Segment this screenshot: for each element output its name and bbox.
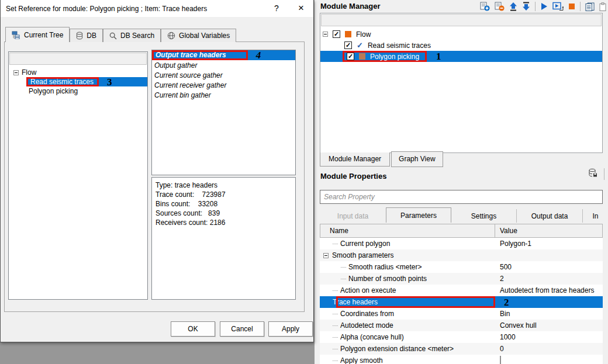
- property-value-cell[interactable]: 0: [495, 345, 504, 353]
- property-value-cell[interactable]: [495, 356, 501, 364]
- tab-module-manager[interactable]: Module Manager: [320, 152, 390, 167]
- tab-label: DB Search: [120, 32, 154, 40]
- apply-smooth-checkbox[interactable]: [500, 356, 501, 364]
- search-icon: [109, 32, 117, 40]
- tree-item-read-seismic-traces[interactable]: Read seismic traces3: [9, 77, 147, 86]
- module-manager-toolbar: [480, 1, 606, 12]
- move-down-icon[interactable]: [522, 2, 530, 11]
- module-label: Read seismic traces: [368, 41, 431, 50]
- tree-item-label: Flow: [22, 68, 36, 77]
- property-value-cell[interactable]: Polygon-1: [495, 240, 531, 248]
- tab-graph-view[interactable]: Graph View: [391, 151, 443, 167]
- tab-label: Global Variables: [179, 32, 230, 40]
- list-item-current-source-gather[interactable]: Current source gather: [152, 70, 295, 80]
- property-value-cell[interactable]: Convex hull: [495, 321, 537, 330]
- property-tabs: Input dataParametersSettingsOutput dataI…: [320, 207, 608, 223]
- tree-item-flow[interactable]: Flow: [9, 68, 147, 77]
- module-label: Flow: [356, 30, 371, 39]
- close-button[interactable]: ×: [289, 0, 313, 16]
- list-item-label: Current bin gather: [154, 91, 211, 99]
- property-value-cell[interactable]: Bin: [495, 310, 510, 318]
- property-row-polygon-extension-distance-meter-[interactable]: Polygon extension distance <meter>0: [320, 343, 603, 355]
- info-line: Sources count: 839: [156, 209, 295, 218]
- tab-current-tree[interactable]: Current Tree: [5, 27, 70, 42]
- property-name: Alpha (concave hull): [340, 333, 404, 341]
- property-row-smooth-parameters[interactable]: Smooth parameters: [320, 249, 603, 261]
- collapse-expander[interactable]: [323, 253, 329, 258]
- module-checkbox[interactable]: ✓: [347, 53, 354, 60]
- module-row-flow[interactable]: ✓Flow: [320, 29, 602, 40]
- dialog-titlebar: Set Reference for module: Polygon pickin…: [1, 0, 313, 17]
- flow-checkbox[interactable]: ✓: [333, 30, 340, 38]
- tree-connector: [341, 279, 346, 279]
- property-row-trace-headers[interactable]: Trace headers2: [320, 296, 603, 308]
- tab-output-data[interactable]: Output data: [517, 209, 583, 223]
- property-name: Autodetect mode: [340, 321, 393, 330]
- flow-log-icon[interactable]: [585, 2, 595, 11]
- tab-settings[interactable]: Settings: [451, 209, 517, 223]
- property-name-cell: Smooth radius <meter>: [320, 263, 495, 271]
- tab-parameters[interactable]: Parameters: [386, 207, 451, 223]
- tree-connector: [333, 290, 338, 291]
- help-button[interactable]: ?: [264, 0, 289, 16]
- property-row-apply-smooth[interactable]: Apply smooth: [320, 355, 603, 364]
- tab-label: Current Tree: [24, 31, 63, 39]
- move-up-icon[interactable]: [509, 2, 517, 11]
- tab-in[interactable]: In: [583, 209, 608, 223]
- tree-connector: [333, 244, 338, 244]
- tab-db-search[interactable]: DB Search: [103, 29, 161, 42]
- property-value-cell[interactable]: 1000: [495, 333, 516, 341]
- value-column-header: Value: [495, 227, 517, 235]
- property-value-cell[interactable]: 500: [495, 263, 512, 271]
- collapse-expander[interactable]: [323, 32, 328, 37]
- apply-button[interactable]: Apply: [268, 321, 313, 337]
- list-item-output-trace-headers[interactable]: Output trace headers4: [152, 50, 295, 60]
- globe-icon: [167, 32, 175, 40]
- annotation-number: 1: [436, 51, 441, 61]
- property-row-alpha-concave-hull-[interactable]: Alpha (concave hull)1000: [320, 331, 603, 343]
- flow-tree-header-strip: [9, 53, 147, 65]
- annotation-box: [336, 296, 495, 308]
- collapse-expander[interactable]: [13, 70, 19, 75]
- property-value: 500: [500, 263, 512, 271]
- property-value-cell[interactable]: 2: [495, 275, 504, 283]
- cancel-button[interactable]: Cancel: [220, 321, 264, 337]
- list-item-current-bin-gather[interactable]: Current bin gather: [152, 90, 295, 100]
- ok-button[interactable]: OK: [171, 321, 215, 337]
- label: Read seismic traces: [30, 78, 94, 86]
- annotation-number: 3: [107, 77, 112, 87]
- tree-connector: [333, 325, 338, 326]
- tab-db[interactable]: DB: [70, 29, 103, 42]
- flow-status-icon: [345, 31, 351, 37]
- list-item-label: Output gather: [154, 61, 197, 70]
- run-interactive-icon[interactable]: [552, 2, 564, 11]
- property-name: Current polygon: [340, 240, 390, 248]
- run-flow-icon[interactable]: [540, 2, 548, 11]
- tree-item-polygon-picking[interactable]: Polygon picking: [9, 86, 147, 96]
- annotation-box: Read seismic traces: [26, 77, 99, 86]
- flow-tree-panel: FlowRead seismic traces3Polygon picking: [8, 51, 148, 300]
- list-item-current-receiver-gather[interactable]: Current receiver gather: [152, 80, 295, 90]
- property-row-coordinates-from[interactable]: Coordinates fromBin: [320, 308, 603, 320]
- tree-connector: [333, 349, 338, 349]
- module-row-read-seismic-traces[interactable]: ✓✓Read seismic traces: [320, 40, 602, 51]
- module-checkbox[interactable]: ✓: [344, 41, 352, 49]
- remove-module-icon[interactable]: [495, 2, 505, 11]
- stop-icon[interactable]: [568, 3, 575, 10]
- property-row-action-on-execute[interactable]: Action on executeAutodetect from trace h…: [320, 285, 603, 296]
- toolbar-separator: [580, 2, 581, 11]
- tab-label: DB: [87, 32, 96, 40]
- list-item-output-gather[interactable]: Output gather: [152, 60, 295, 70]
- property-value-cell[interactable]: Autodetect from trace headers: [495, 286, 594, 294]
- toolbar-separator: [535, 2, 536, 11]
- add-module-icon[interactable]: [480, 2, 490, 11]
- search-property-input[interactable]: [320, 190, 603, 204]
- module-row-polygon-picking[interactable]: ✓Polygon picking1: [320, 51, 602, 62]
- db-save-icon[interactable]: [588, 168, 597, 178]
- property-row-autodetect-mode[interactable]: Autodetect modeConvex hull: [320, 320, 603, 331]
- property-row-current-polygon[interactable]: Current polygonPolygon-1: [320, 238, 603, 249]
- property-row-smooth-radius-meter-[interactable]: Smooth radius <meter>500: [320, 261, 603, 273]
- property-row-number-of-smooth-points[interactable]: Number of smooth points2: [320, 273, 603, 285]
- tab-global-variables[interactable]: Global Variables: [161, 29, 236, 42]
- clipboard-icon[interactable]: [599, 2, 606, 11]
